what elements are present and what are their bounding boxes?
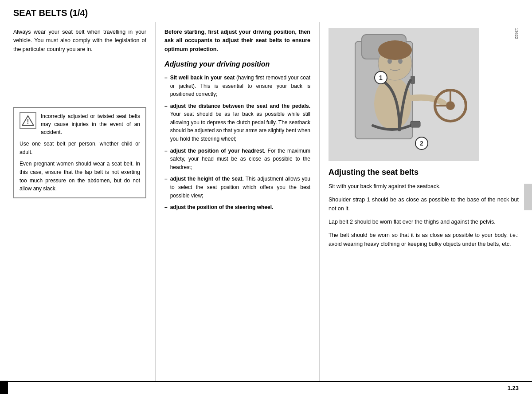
list-item: – Sit well back in your seat (having fir… bbox=[164, 74, 310, 98]
svg-text:!: ! bbox=[27, 118, 29, 126]
seat-belt-image: 1 2 bbox=[329, 28, 479, 161]
svg-point-5 bbox=[374, 77, 411, 130]
page-number: 1.23 bbox=[508, 385, 519, 391]
illustration-svg: 1 2 bbox=[329, 28, 479, 161]
bottom-left-accent bbox=[0, 381, 8, 394]
svg-text:1: 1 bbox=[379, 74, 383, 81]
top-bar: SEAT BELTS (1/4) bbox=[0, 0, 532, 22]
bullet-text: adjust the height of the seat. This adju… bbox=[170, 175, 310, 200]
list-item: – adjust the position of your headrest. … bbox=[164, 147, 310, 172]
bullet-text: adjust the position of your headrest. Fo… bbox=[170, 147, 310, 172]
bold-part: adjust the position of your headrest. bbox=[170, 148, 266, 154]
page-title: SEAT BELTS (1/4) bbox=[13, 8, 519, 18]
dash: – bbox=[164, 147, 168, 172]
bullet-text: adjust the position of the steering whee… bbox=[170, 203, 274, 212]
right-para2: Shoulder strap 1 should be as close as p… bbox=[329, 195, 519, 213]
bullet-text: Sit well back in your seat (having first… bbox=[170, 74, 310, 98]
dash: – bbox=[164, 74, 168, 98]
content-area: Always wear your seat belt when travelli… bbox=[0, 22, 532, 381]
dash: – bbox=[164, 203, 168, 212]
bold-intro: Before starting, first adjust your drivi… bbox=[164, 28, 310, 54]
bullet-text: adjust the distance between the seat and… bbox=[170, 102, 310, 143]
warning-icon: ! bbox=[20, 112, 36, 129]
warning-para2: Even pregnant women should wear a seat b… bbox=[20, 160, 140, 193]
right-column: 13622 bbox=[319, 22, 519, 381]
dash: – bbox=[164, 102, 168, 143]
svg-text:2: 2 bbox=[420, 140, 423, 147]
list-item: – adjust the position of the steering wh… bbox=[164, 203, 310, 212]
bold-part: Sit well back in your seat bbox=[170, 75, 235, 81]
right-para3: Lap belt 2 should be worn flat over the … bbox=[329, 217, 519, 226]
warning-text: Incorrectly adjusted or twisted seat bel… bbox=[41, 112, 140, 136]
right-para4: The belt should be worn so that it is as… bbox=[329, 231, 519, 248]
warning-box: ! Incorrectly adjusted or twisted seat b… bbox=[13, 107, 146, 198]
svg-point-9 bbox=[378, 40, 412, 60]
warning-paragraphs: Use one seat belt per person, whether ch… bbox=[20, 140, 140, 193]
dash: – bbox=[164, 175, 168, 200]
adjusting-seat-belts-heading: Adjusting the seat belts bbox=[329, 167, 519, 177]
right-para1: Sit with your back firmly against the se… bbox=[329, 182, 519, 191]
right-side-tab bbox=[524, 184, 532, 210]
svg-rect-12 bbox=[411, 121, 420, 127]
middle-column: Before starting, first adjust your drivi… bbox=[155, 22, 319, 381]
right-text: Adjusting the seat belts Sit with your b… bbox=[329, 167, 519, 248]
driving-position-heading: Adjusting your driving position bbox=[164, 60, 310, 69]
left-column: Always wear your seat belt when travelli… bbox=[13, 22, 155, 381]
bold-part: adjust the distance between the seat and… bbox=[170, 103, 310, 109]
page-container: SEAT BELTS (1/4) Always wear your seat b… bbox=[0, 0, 532, 394]
bullet-list: – Sit well back in your seat (having fir… bbox=[164, 74, 310, 212]
bottom-bar: 1.23 bbox=[0, 381, 532, 394]
warning-header: ! Incorrectly adjusted or twisted seat b… bbox=[20, 112, 140, 136]
list-item: – adjust the distance between the seat a… bbox=[164, 102, 310, 143]
bold-part: adjust the height of the seat. bbox=[170, 176, 244, 182]
list-item: – adjust the height of the seat. This ad… bbox=[164, 175, 310, 200]
intro-text: Always wear your seat belt when travelli… bbox=[13, 28, 146, 54]
warning-para1: Use one seat belt per person, whether ch… bbox=[20, 140, 140, 156]
bold-part: adjust the position of the steering whee… bbox=[170, 204, 274, 210]
image-code: 13622 bbox=[514, 28, 519, 39]
svg-point-16 bbox=[446, 101, 455, 110]
